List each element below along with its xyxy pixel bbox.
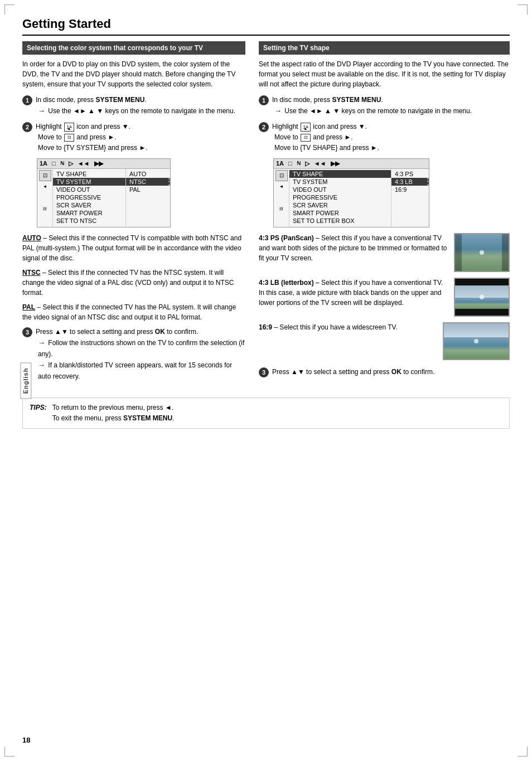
term-pal: PAL – Select this if the connected TV ha… xyxy=(22,302,245,322)
term-auto-desc: – Select this if the connected TV is com… xyxy=(22,234,241,262)
left-step-1: 1 In disc mode, press SYSTEM MENU. → Use… xyxy=(22,95,245,117)
right-menu-diagram-wrapper: 1A □ ℕ ▷ ◄◄ ▶▶ ⊡ ◄ ⊟ xyxy=(273,158,510,227)
menu-sub-pal: PAL xyxy=(126,186,170,193)
folder-icon-right: ⊡ xyxy=(301,134,311,142)
tv-image-widescreen xyxy=(443,322,510,360)
tips-line2: To exit the menu, press SYSTEM MENU. xyxy=(52,413,175,424)
step-3-content-right: Press ▲▼ to select a setting and press O… xyxy=(272,367,434,377)
menu-icon-2: ◄ xyxy=(39,181,51,192)
tv-shape-letterbox-desc: 4:3 LB (letterbox) – Select this if you … xyxy=(259,278,448,308)
black-bar-bottom xyxy=(455,309,509,316)
menu-sub-auto: AUTO xyxy=(126,170,170,178)
menu-icon-5 xyxy=(39,215,51,226)
step-3-content-left: Press ▲▼ to select a setting and press O… xyxy=(36,327,245,382)
step-2-sub2: Move to {TV SYSTEM} and press ►. xyxy=(36,143,148,153)
menu-icon-right-2: ◄ xyxy=(275,181,288,192)
term-pal-name: PAL xyxy=(22,303,35,311)
landscape-lb xyxy=(455,298,509,309)
menu-body-right-inner: ⊡ ◄ ⊟ TV SHAPE TV SYSTEM VIDEO OUT PROGR… xyxy=(274,169,429,227)
left-intro: In order for a DVD to play on this DVD s… xyxy=(22,59,245,89)
tv-shape-widescreen-name: 16:9 xyxy=(259,323,272,331)
tips-line1: To return to the previous menu, press ◄. xyxy=(52,403,175,413)
folder-icon: ⊡ xyxy=(64,134,74,142)
corner-tr xyxy=(518,4,528,14)
menu-top-bar-right: 1A □ ℕ ▷ ◄◄ ▶▶ xyxy=(274,159,429,169)
left-menu-diagram-wrapper: 1A □ ℕ ▷ ◄◄ ▶▶ ⊡ ◄ ⊟ xyxy=(37,158,245,227)
menu-submenu-left: AUTO NTSC PAL xyxy=(125,169,170,227)
menu-icon-1: ⊡ xyxy=(39,170,51,181)
corner-br xyxy=(518,747,528,757)
menu-top-bar-left: 1A □ ℕ ▷ ◄◄ ▶▶ xyxy=(37,159,170,169)
menu-sub-43ps: 4:3 PS xyxy=(391,170,429,178)
tv-shape-panscan: 4:3 PS (PanScan) – Select this if you ha… xyxy=(259,233,510,272)
menu-item-progressive-right: PROGRESSIVE xyxy=(289,193,391,201)
menu-item-progressive-left: PROGRESSIVE xyxy=(53,193,125,201)
menu-body-left: ⊡ ◄ ⊟ TV SHAPE TV SYSTEM VIDEO OUT PROGR… xyxy=(37,169,170,227)
corner-tl xyxy=(4,4,14,14)
tips-label: TIPS: xyxy=(30,403,47,424)
menu-icons-left: ⊡ ◄ ⊟ xyxy=(37,169,53,227)
step-2-number-right: 2 xyxy=(259,122,269,132)
tips-box: TIPS: To return to the previous menu, pr… xyxy=(22,398,510,429)
trim-right xyxy=(502,234,509,271)
step-2-content: Highlight 1A icon and press ▼. Move to ⊡… xyxy=(36,122,148,154)
menu-sub-169: 16:9 xyxy=(391,186,429,193)
tv-shape-letterbox: 4:3 LB (letterbox) – Select this if you … xyxy=(259,278,510,317)
right-step-2: 2 Highlight 1A icon and press ▼. Move to… xyxy=(259,122,510,154)
menu-sub-ntsc: NTSC xyxy=(126,178,170,186)
side-label: English xyxy=(20,362,31,399)
menu-item-tv-system-right: TV SYSTEM xyxy=(289,178,391,186)
left-column: Selecting the color system that correspo… xyxy=(22,41,245,386)
menu-item-scr-saver-left: SCR SAVER xyxy=(53,201,125,209)
menu-item-set-ntsc-left: SET TO NTSC xyxy=(53,217,125,225)
step-2-content-right: Highlight 1A icon and press ▼. Move to ⊡… xyxy=(272,122,379,154)
step-1-sub-right: → Use the ◄► ▲ ▼ keys on the remote to n… xyxy=(272,105,472,117)
tv-image-letterbox xyxy=(454,278,510,317)
step-2-sub2-right: Move to {TV SHAPE} and press ►. xyxy=(272,143,379,153)
menu-icon-right-1: ⊡ xyxy=(275,170,288,181)
menu-icon-right-4: ⊟ xyxy=(275,203,288,215)
menu-item-video-out-right: VIDEO OUT xyxy=(289,186,391,193)
circle-dot-ws xyxy=(474,339,478,343)
menu-item-smart-power-right: SMART POWER xyxy=(289,209,391,217)
page-title: Getting Started xyxy=(22,17,510,36)
corner-bl xyxy=(4,747,14,757)
step-3-sub1-left: → Follow the instructions shown on the T… xyxy=(36,337,245,360)
term-ntsc: NTSC – Select this if the connected TV h… xyxy=(22,268,245,298)
menu-item-tv-system-left: TV SYSTEM xyxy=(53,178,125,186)
step-3-sub2-left: → If a blank/distorted TV screen appears… xyxy=(36,360,245,382)
trim-left xyxy=(455,234,462,271)
tv-shape-widescreen-desc: 16:9 – Select this if you have a widescr… xyxy=(259,322,437,332)
step-2-sub1: Move to ⊡ and press ►. xyxy=(36,132,148,143)
left-step-3: 3 Press ▲▼ to select a setting and press… xyxy=(22,327,245,382)
left-menu-diagram: 1A □ ℕ ▷ ◄◄ ▶▶ ⊡ ◄ ⊟ xyxy=(37,158,171,227)
step-1-content: In disc mode, press SYSTEM MENU. → Use t… xyxy=(36,95,235,117)
tv-icon-right: 1A xyxy=(301,123,311,132)
tips-content: To return to the previous menu, press ◄.… xyxy=(52,403,175,424)
menu-item-video-out-left: VIDEO OUT xyxy=(53,186,125,193)
tv-shape-panscan-name: 4:3 PS (PanScan) xyxy=(259,234,314,242)
step-3-number-left: 3 xyxy=(22,327,32,337)
page-number: 18 xyxy=(22,736,30,744)
term-auto-name: AUTO xyxy=(22,234,41,242)
term-auto: AUTO – Select this if the connected TV i… xyxy=(22,233,245,263)
menu-items-left: TV SHAPE TV SYSTEM VIDEO OUT PROGRESSIVE… xyxy=(53,169,125,227)
black-bar-top xyxy=(455,279,509,285)
step-1-number: 1 xyxy=(22,95,32,105)
two-column-layout: Selecting the color system that correspo… xyxy=(22,41,510,386)
left-step-2: 2 Highlight 1A icon and press ▼. Move to… xyxy=(22,122,245,154)
page: English Getting Started Selecting the co… xyxy=(0,0,532,761)
circle-dot-lb xyxy=(480,295,484,299)
sky-ws xyxy=(444,323,509,338)
menu-sub-43lb: 4:3 LB xyxy=(391,178,429,186)
step-1-content-right: In disc mode, press SYSTEM MENU. → Use t… xyxy=(272,95,472,117)
menu-item-set-letter-box: SET TO LETTER BOX xyxy=(289,217,391,225)
menu-item-tv-shape-right: TV SHAPE xyxy=(289,170,391,178)
menu-icons-right-col: ⊡ ◄ ⊟ xyxy=(274,169,289,227)
left-section-header: Selecting the color system that correspo… xyxy=(22,41,245,55)
menu-icon-right-3 xyxy=(275,192,288,203)
tv-image-panscan xyxy=(454,233,510,272)
menu-item-scr-saver-right: SCR SAVER xyxy=(289,201,391,209)
right-section-header: Setting the TV shape xyxy=(259,41,510,55)
menu-item-tv-shape-left: TV SHAPE xyxy=(53,170,125,178)
